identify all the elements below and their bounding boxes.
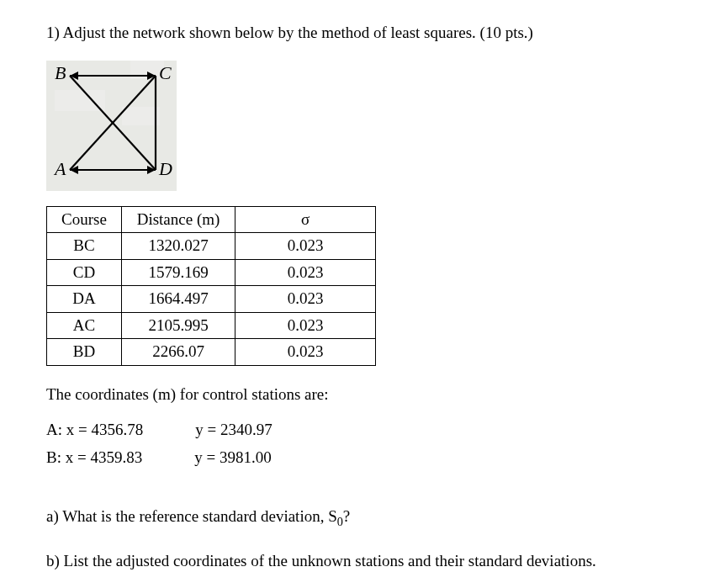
coord-b-y: y = 3981.00 [194, 446, 271, 470]
data-table: Course Distance (m) σ BC 1320.027 0.023 … [46, 206, 376, 366]
figure-label-d: D [158, 158, 172, 179]
coords-a: A: x = 4356.78 y = 2340.97 [46, 418, 663, 442]
svg-rect-2 [122, 107, 160, 125]
question-b: b) List the adjusted coordinates of the … [46, 549, 663, 574]
figure-label-b: B [55, 62, 66, 83]
svg-rect-1 [55, 90, 105, 111]
table-row: DA 1664.497 0.023 [47, 286, 376, 313]
col-header-sigma: σ [235, 206, 376, 233]
question-a: a) What is the reference standard deviat… [46, 505, 663, 531]
table-row: AC 2105.995 0.023 [47, 312, 376, 339]
figure-label-a: A [53, 158, 66, 179]
network-svg: B C A D [46, 61, 177, 191]
coord-a-x: A: x = 4356.78 [46, 418, 143, 442]
table-row: BD 2266.07 0.023 [47, 339, 376, 366]
network-figure: B C A D [46, 61, 177, 191]
table-row: BC 1320.027 0.023 [47, 233, 376, 260]
table-header-row: Course Distance (m) σ [47, 206, 376, 233]
coords-intro: The coordinates (m) for control stations… [46, 383, 663, 407]
coord-a-y: y = 2340.97 [195, 418, 272, 442]
problem-heading: 1) Adjust the network shown below by the… [46, 21, 663, 45]
col-header-distance: Distance (m) [122, 206, 235, 233]
coord-b-x: B: x = 4359.83 [46, 446, 142, 470]
coords-b: B: x = 4359.83 y = 3981.00 [46, 446, 663, 470]
table-row: CD 1579.169 0.023 [47, 259, 376, 286]
figure-label-c: C [159, 62, 172, 83]
col-header-course: Course [47, 206, 122, 233]
